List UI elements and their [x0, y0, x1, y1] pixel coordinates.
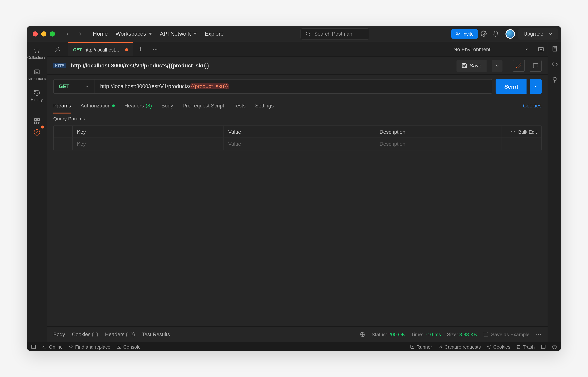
- invite-button[interactable]: Invite: [451, 29, 478, 38]
- request-tab[interactable]: GET http://localhost:8000/r: [68, 42, 133, 56]
- tab-tests[interactable]: Tests: [234, 98, 246, 113]
- upgrade-button[interactable]: Upgrade: [518, 28, 558, 39]
- svg-rect-6: [35, 70, 39, 74]
- response-tab-headers[interactable]: Headers (12): [105, 331, 135, 337]
- rail-code-button[interactable]: [552, 61, 558, 69]
- maximize-window-icon[interactable]: [50, 31, 55, 36]
- footer-toggle-sidebar[interactable]: [31, 344, 36, 349]
- svg-rect-9: [37, 119, 39, 121]
- footer-layout[interactable]: [541, 344, 546, 349]
- tab-headers[interactable]: Headers (8): [124, 98, 152, 113]
- status-label: Status:: [372, 331, 387, 337]
- minimize-window-icon[interactable]: [41, 31, 46, 36]
- response-tab-body[interactable]: Body: [53, 331, 65, 337]
- menu-api-network-label: API Network: [160, 31, 191, 37]
- url-row: GET http://localhost:8000/rest/V1/produc…: [47, 75, 548, 98]
- headers-count: (8): [145, 103, 152, 109]
- svg-point-35: [69, 345, 72, 348]
- cloud-icon: [42, 344, 47, 349]
- save-button[interactable]: Save: [456, 59, 486, 71]
- footer-online[interactable]: Online: [42, 344, 63, 349]
- svg-rect-37: [117, 345, 121, 348]
- menu-api-network[interactable]: API Network: [160, 31, 197, 37]
- globe-icon[interactable]: [360, 331, 366, 337]
- send-dropdown-button[interactable]: [530, 79, 541, 94]
- app-window: Home Workspaces API Network Explore Sear…: [27, 26, 561, 351]
- save-as-example-button[interactable]: Save as Example: [483, 331, 529, 337]
- sidebar-item-grid[interactable]: [27, 115, 47, 127]
- search-placeholder: Search Postman: [314, 31, 352, 37]
- dots-icon[interactable]: [536, 331, 541, 337]
- footer-cookies[interactable]: Cookies: [487, 344, 510, 349]
- tab-settings[interactable]: Settings: [255, 98, 274, 113]
- footer-capture[interactable]: Capture requests: [438, 344, 481, 349]
- cookies-link[interactable]: Cookies: [523, 103, 542, 109]
- col-description: Description: [375, 126, 502, 138]
- params-header-row: Key Value Description Bulk Edit: [54, 126, 541, 138]
- new-tab-button[interactable]: +: [133, 42, 148, 56]
- nav-back-button[interactable]: [61, 31, 74, 37]
- scratchpad-button[interactable]: [47, 42, 68, 56]
- rail-docs-button[interactable]: [552, 46, 558, 53]
- params-table: Key Value Description Bulk Edit Key Valu…: [53, 126, 541, 151]
- settings-button[interactable]: [478, 28, 490, 40]
- save-icon: [461, 63, 467, 68]
- tabs-more-button[interactable]: [148, 42, 162, 56]
- save-dropdown-button[interactable]: [492, 59, 503, 71]
- avatar[interactable]: [506, 29, 515, 38]
- titlebar: Home Workspaces API Network Explore Sear…: [27, 26, 561, 42]
- dots-icon[interactable]: [510, 129, 516, 135]
- time-label: Time:: [411, 331, 423, 337]
- bulk-edit-button[interactable]: Bulk Edit: [518, 129, 537, 134]
- param-key-input[interactable]: Key: [73, 138, 224, 150]
- svg-rect-33: [32, 345, 35, 348]
- chevron-down-icon: [495, 63, 499, 68]
- response-tab-cookies[interactable]: Cookies (1): [72, 331, 98, 337]
- lightbulb-icon: [552, 76, 558, 83]
- tab-authorization[interactable]: Authorization: [81, 98, 115, 113]
- environment-selector[interactable]: No Environment: [448, 42, 534, 56]
- edit-button[interactable]: [513, 59, 525, 71]
- url-input[interactable]: http://localhost:8000/rest/V1/products/{…: [95, 80, 492, 93]
- param-desc-input[interactable]: Description: [375, 138, 502, 150]
- tab-params[interactable]: Params: [53, 98, 71, 113]
- size-value: 3.83 KB: [459, 331, 477, 337]
- param-value-input[interactable]: Value: [224, 138, 375, 150]
- menu-home[interactable]: Home: [93, 31, 108, 37]
- sidebar-item-environments[interactable]: nvironments: [27, 66, 47, 83]
- cookie-icon: [487, 344, 492, 349]
- menu-workspaces[interactable]: Workspaces: [116, 31, 152, 37]
- footer-trash[interactable]: Trash: [516, 344, 535, 349]
- request-title[interactable]: http://localhost:8000/rest/V1/products/{…: [71, 62, 209, 69]
- response-tab-test-results[interactable]: Test Results: [142, 331, 170, 337]
- global-search[interactable]: Search Postman: [300, 28, 369, 39]
- dots-icon: [152, 46, 158, 52]
- pencil-icon: [516, 62, 522, 69]
- sidebar-item-collections[interactable]: Collections: [27, 45, 47, 62]
- tab-title: http://localhost:8000/r: [84, 47, 123, 52]
- sidebar-item-history[interactable]: History: [27, 87, 47, 104]
- environment-label: No Environment: [453, 46, 490, 52]
- footer-runner[interactable]: Runner: [410, 344, 432, 349]
- send-button[interactable]: Send: [496, 79, 527, 94]
- request-subtabs: Params Authorization Headers (8) Body Pr…: [47, 98, 548, 113]
- chevron-down-icon: [548, 32, 553, 36]
- footer-console[interactable]: Console: [116, 344, 141, 349]
- comment-button[interactable]: [529, 59, 541, 71]
- size-label: Size:: [447, 331, 458, 337]
- close-window-icon[interactable]: [33, 31, 38, 36]
- menu-explore[interactable]: Explore: [205, 31, 223, 37]
- rail-info-button[interactable]: [552, 76, 558, 84]
- sidebar-sync-button[interactable]: [27, 126, 47, 138]
- nav-forward-button[interactable]: [74, 31, 87, 37]
- svg-point-17: [156, 49, 157, 50]
- tab-body[interactable]: Body: [161, 98, 173, 113]
- gear-icon: [481, 31, 487, 37]
- method-select[interactable]: GET: [54, 80, 95, 93]
- environment-quicklook-button[interactable]: [534, 42, 548, 56]
- tab-prerequest[interactable]: Pre-request Script: [183, 98, 224, 113]
- footer-help[interactable]: [552, 344, 557, 349]
- notifications-button[interactable]: [490, 28, 502, 40]
- footer-find[interactable]: Find and replace: [69, 344, 110, 349]
- params-row-checkbox[interactable]: [54, 138, 72, 150]
